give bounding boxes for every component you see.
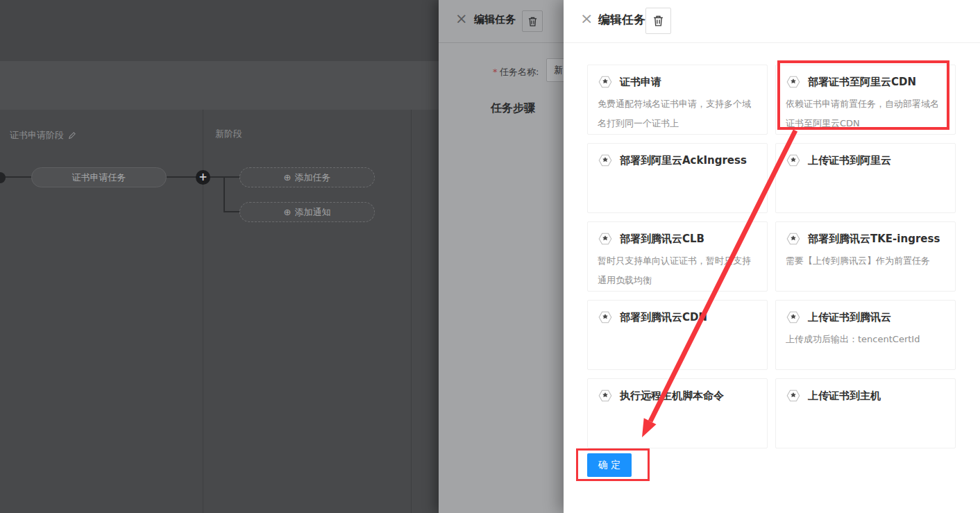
task-type-icon: [786, 310, 801, 325]
pipeline-toolbar: [0, 61, 439, 110]
task-card[interactable]: 部署到阿里云AckIngress: [587, 143, 768, 213]
task-card-title: 上传证书到阿里云: [808, 154, 891, 167]
connector-line: [223, 211, 240, 212]
delete-task-button[interactable]: [645, 8, 671, 34]
add-task-label: 添加任务: [294, 171, 330, 184]
add-stage-plus-button[interactable]: +: [196, 170, 210, 185]
task-card-title: 上传证书到腾讯云: [808, 311, 891, 324]
drawer-header: × 编辑任务: [564, 0, 980, 43]
task-card-title: 上传证书到主机: [808, 389, 881, 403]
add-notice-button[interactable]: ⊕ 添加通知: [239, 202, 375, 222]
task-type-icon: [786, 153, 801, 168]
task-card-grid: 证书申请 免费通配符域名证书申请，支持多个域名打到同一个证书上 部署证书至阿里云…: [587, 65, 956, 448]
stage-title-text: 新阶段: [215, 128, 242, 140]
task-card[interactable]: 部署证书至阿里云CDN 依赖证书申请前置任务，自动部署域名证书至阿里云CDN: [775, 65, 956, 135]
task-card[interactable]: 上传证书到腾讯云 上传成功后输出：tencentCertId: [775, 300, 956, 370]
add-notice-label: 添加通知: [294, 206, 330, 219]
task-card[interactable]: 上传证书到主机: [775, 378, 956, 448]
task-type-icon: [786, 74, 801, 90]
task-name-input[interactable]: 新: [546, 58, 564, 82]
connector-line: [223, 176, 225, 212]
task-card-header: 上传证书到阿里云: [786, 153, 947, 168]
task-node-pill[interactable]: 证书申请任务: [31, 167, 167, 187]
connector-line: [167, 176, 197, 178]
task-card-header: 部署证书至阿里云CDN: [786, 74, 947, 90]
task-card-title: 执行远程主机脚本命令: [620, 389, 724, 403]
drawer-title: 编辑任务: [598, 12, 645, 28]
required-mark: *: [493, 67, 498, 77]
task-type-icon: [598, 153, 613, 168]
task-type-icon: [786, 231, 801, 246]
task-card-desc: 上传成功后输出：tencentCertId: [786, 330, 947, 349]
task-card[interactable]: 部署到腾讯云CDN: [587, 300, 768, 370]
task-type-icon: [598, 74, 613, 90]
stage-title-text: 证书申请阶段: [10, 129, 64, 142]
task-card[interactable]: 证书申请 免费通配符域名证书申请，支持多个域名打到同一个证书上: [587, 65, 768, 135]
task-card[interactable]: 部署到腾讯云CLB 暂时只支持单向认证证书，暂时只支持通用负载均衡: [587, 221, 768, 292]
task-card[interactable]: 执行远程主机脚本命令: [587, 378, 768, 448]
stage-title-2: 新阶段: [215, 128, 242, 140]
close-icon[interactable]: ×: [455, 12, 468, 26]
task-card-header: 执行远程主机脚本命令: [598, 388, 759, 403]
task-card-header: 部署到腾讯云CLB: [598, 231, 759, 246]
task-type-icon: [786, 388, 801, 403]
task-card-header: 上传证书到主机: [786, 388, 947, 403]
close-icon[interactable]: ×: [580, 11, 593, 26]
add-circle-icon: ⊕: [284, 172, 292, 183]
edit-task-drawer-front: × 编辑任务 证书申请 免费通配符域名证书申请，支持多个域名打到同一个证书上: [564, 0, 980, 513]
start-node: [0, 172, 6, 183]
task-card-desc: 暂时只支持单向认证证书，暂时只支持通用负载均衡: [598, 251, 759, 290]
task-card-header: 部署到腾讯云TKE-ingress: [786, 231, 947, 246]
stage-title-1: 证书申请阶段: [10, 129, 76, 142]
task-card-title: 部署到阿里云AckIngress: [620, 154, 747, 167]
edit-task-drawer-back: × 编辑任务 * 任务名称: 新 任务步骤: [439, 0, 564, 513]
task-card-title: 部署到腾讯云TKE-ingress: [808, 233, 940, 246]
task-card-header: 部署到腾讯云CDN: [598, 310, 759, 325]
app-topbar: [0, 0, 439, 61]
confirm-button[interactable]: 确 定: [587, 453, 632, 477]
task-card-desc: 依赖证书申请前置任务，自动部署域名证书至阿里云CDN: [786, 94, 947, 133]
drawer-title: 编辑任务: [474, 13, 516, 26]
task-node-label: 证书申请任务: [72, 171, 126, 184]
page: 证书申请阶段 新阶段 + 证书申请任务 ⊕ 添加任务: [0, 0, 980, 513]
delete-task-button[interactable]: [522, 10, 543, 32]
task-card[interactable]: 部署到腾讯云TKE-ingress 需要【上传到腾讯云】作为前置任务: [775, 221, 956, 292]
task-card-desc: 需要【上传到腾讯云】作为前置任务: [786, 251, 947, 271]
task-card-desc: 免费通配符域名证书申请，支持多个域名打到同一个证书上: [598, 94, 759, 133]
drawer-header: × 编辑任务: [439, 0, 564, 43]
task-card[interactable]: 上传证书到阿里云: [775, 143, 956, 213]
connector-line: [4, 176, 32, 178]
task-card-title: 部署到腾讯云CDN: [620, 311, 707, 324]
workflow-background: 证书申请阶段 新阶段 + 证书申请任务 ⊕ 添加任务: [0, 0, 439, 513]
task-type-icon: [598, 310, 613, 325]
task-card-title: 证书申请: [620, 76, 661, 89]
task-card-header: 上传证书到腾讯云: [786, 310, 947, 325]
task-card-title: 部署到腾讯云CLB: [620, 233, 704, 246]
pipeline-canvas: 证书申请阶段 新阶段 + 证书申请任务 ⊕ 添加任务: [0, 110, 439, 513]
task-name-label: 任务名称:: [500, 66, 539, 78]
add-circle-icon: ⊕: [284, 207, 292, 217]
stage-divider: [411, 110, 412, 513]
task-steps-heading: 任务步骤: [491, 101, 535, 116]
add-task-button[interactable]: ⊕ 添加任务: [239, 167, 375, 187]
task-card-header: 部署到阿里云AckIngress: [598, 153, 759, 168]
task-type-icon: [598, 388, 613, 403]
task-type-icon: [598, 231, 613, 246]
task-card-title: 部署证书至阿里云CDN: [808, 76, 916, 89]
edit-pencil-icon[interactable]: [68, 131, 76, 140]
task-card-header: 证书申请: [598, 74, 759, 90]
